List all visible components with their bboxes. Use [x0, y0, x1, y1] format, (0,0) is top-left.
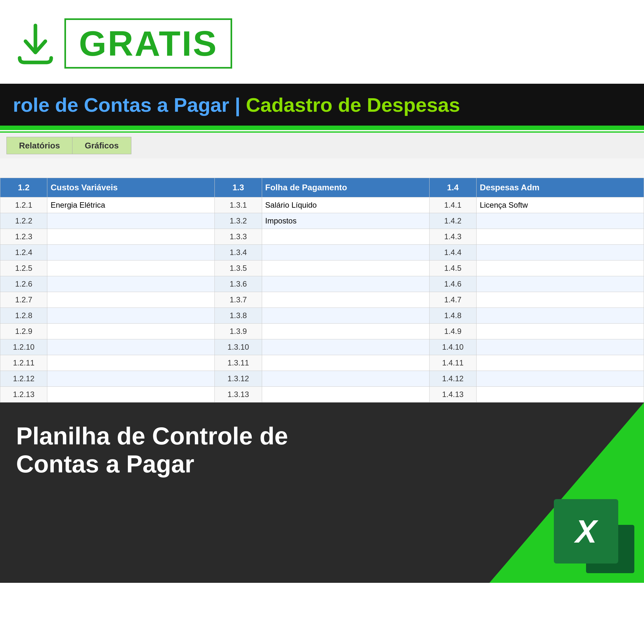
col-0-row-4-label [47, 260, 215, 276]
col-0-row-1-num: 1.2.2 [0, 213, 47, 229]
col-0-row-2-label [47, 229, 215, 245]
col-0-row-5-num: 1.2.6 [0, 276, 47, 292]
col-0-row-3-num: 1.2.4 [0, 245, 47, 260]
col-14-num-header: 1.4 [429, 178, 476, 197]
bottom-title-line2: Contas a Pagar [16, 450, 288, 478]
col-0-row-5-label [47, 276, 215, 292]
col-1-row-4-label [262, 260, 429, 276]
col-2-row-8-label [476, 324, 644, 339]
col-0-row-11-num: 1.2.12 [0, 371, 47, 387]
col-1-row-8-label [262, 324, 429, 339]
col-1-row-9-num: 1.3.10 [215, 339, 262, 355]
gratis-section: GRATIS [0, 0, 644, 84]
col-0-row-0-num: 1.2.1 [0, 197, 47, 213]
col-2-row-9-label [476, 339, 644, 355]
col-2-row-4-label [476, 260, 644, 276]
col-0-row-1-label [47, 213, 215, 229]
col-0-row-12-num: 1.2.13 [0, 387, 47, 403]
col-0-row-9-label [47, 339, 215, 355]
col-0-row-10-label [47, 355, 215, 371]
tab-relatorios[interactable]: Relatórios [6, 137, 72, 154]
col-1-row-0-label: Salário Líquido [262, 197, 429, 213]
table-row: 1.2.91.3.91.4.9 [0, 324, 644, 339]
col-2-row-2-num: 1.4.3 [429, 229, 476, 245]
table-row: 1.2.81.3.81.4.8 [0, 308, 644, 324]
col-1-row-8-num: 1.3.9 [215, 324, 262, 339]
col-2-row-0-num: 1.4.1 [429, 197, 476, 213]
excel-icon: X [554, 499, 618, 563]
col-1-row-11-num: 1.3.12 [215, 371, 262, 387]
col-2-row-2-label [476, 229, 644, 245]
table-row: 1.2.51.3.51.4.5 [0, 260, 644, 276]
col-2-row-8-num: 1.4.9 [429, 324, 476, 339]
col-2-row-1-num: 1.4.2 [429, 213, 476, 229]
col-1-row-1-num: 1.3.2 [215, 213, 262, 229]
col-0-row-8-num: 1.2.9 [0, 324, 47, 339]
col-0-row-11-label [47, 371, 215, 387]
col-1-row-12-label [262, 387, 429, 403]
green-divider-thick [0, 126, 644, 130]
col-2-row-5-label [476, 276, 644, 292]
col-2-row-11-label [476, 371, 644, 387]
col-0-row-3-label [47, 245, 215, 260]
bottom-title-line1: Planilha de Controle de [16, 422, 288, 450]
header-separator: | [235, 94, 246, 116]
col-0-row-6-label [47, 292, 215, 308]
col-2-row-10-label [476, 355, 644, 371]
table-row: 1.2.101.3.101.4.10 [0, 339, 644, 355]
col-13-num-header: 1.3 [215, 178, 262, 197]
col-13-label-header: Folha de Pagamento [262, 178, 429, 197]
col-12-num-header: 1.2 [0, 178, 47, 197]
col-1-row-9-label [262, 339, 429, 355]
col-2-row-7-label [476, 308, 644, 324]
col-2-row-6-label [476, 292, 644, 308]
col-14-label-header: Despesas Adm [476, 178, 644, 197]
col-12-label-header: Custos Variáveis [47, 178, 215, 197]
col-2-row-9-num: 1.4.10 [429, 339, 476, 355]
col-2-row-12-label [476, 387, 644, 403]
col-1-row-1-label: Impostos [262, 213, 429, 229]
col-2-row-1-label [476, 213, 644, 229]
gratis-label: GRATIS [79, 24, 218, 63]
header-banner: role de Contas a Pagar | Cadastro de Des… [0, 84, 644, 126]
col-1-row-2-label [262, 229, 429, 245]
col-0-row-7-num: 1.2.8 [0, 308, 47, 324]
col-0-row-8-label [47, 324, 215, 339]
col-1-row-10-label [262, 355, 429, 371]
table-row: 1.2.71.3.71.4.7 [0, 292, 644, 308]
col-2-row-12-num: 1.4.13 [429, 387, 476, 403]
content-spacer [0, 158, 644, 178]
col-1-row-2-num: 1.3.3 [215, 229, 262, 245]
col-0-row-0-label: Energia Elétrica [47, 197, 215, 213]
col-2-row-5-num: 1.4.6 [429, 276, 476, 292]
header-title-blue: role de Contas a Pagar [13, 94, 229, 116]
spreadsheet-section: 1.2 Custos Variáveis 1.3 Folha de Pagame… [0, 178, 644, 403]
header-title: role de Contas a Pagar | Cadastro de Des… [13, 93, 460, 116]
download-icon [13, 21, 58, 66]
data-table: 1.2 Custos Variáveis 1.3 Folha de Pagame… [0, 178, 644, 403]
col-2-row-3-num: 1.4.4 [429, 245, 476, 260]
table-row: 1.2.121.3.121.4.12 [0, 371, 644, 387]
col-2-row-11-num: 1.4.12 [429, 371, 476, 387]
header-title-green: Cadastro de Despesas [246, 94, 460, 116]
table-row: 1.2.1Energia Elétrica1.3.1Salário Líquid… [0, 197, 644, 213]
col-2-row-7-num: 1.4.8 [429, 308, 476, 324]
table-row: 1.2.21.3.2Impostos1.4.2 [0, 213, 644, 229]
table-row: 1.2.31.3.31.4.3 [0, 229, 644, 245]
col-0-row-2-num: 1.2.3 [0, 229, 47, 245]
col-1-row-6-num: 1.3.7 [215, 292, 262, 308]
col-0-row-12-label [47, 387, 215, 403]
col-1-row-3-num: 1.3.4 [215, 245, 262, 260]
col-1-row-0-num: 1.3.1 [215, 197, 262, 213]
col-1-row-7-label [262, 308, 429, 324]
table-header-row: 1.2 Custos Variáveis 1.3 Folha de Pagame… [0, 178, 644, 197]
col-1-row-6-label [262, 292, 429, 308]
col-2-row-6-num: 1.4.7 [429, 292, 476, 308]
col-1-row-11-label [262, 371, 429, 387]
col-1-row-5-label [262, 276, 429, 292]
col-0-row-6-num: 1.2.7 [0, 292, 47, 308]
tab-graficos[interactable]: Gráficos [72, 137, 131, 154]
bottom-section: Planilha de Controle de Contas a Pagar X [0, 403, 644, 583]
col-1-row-3-label [262, 245, 429, 260]
col-0-row-4-num: 1.2.5 [0, 260, 47, 276]
